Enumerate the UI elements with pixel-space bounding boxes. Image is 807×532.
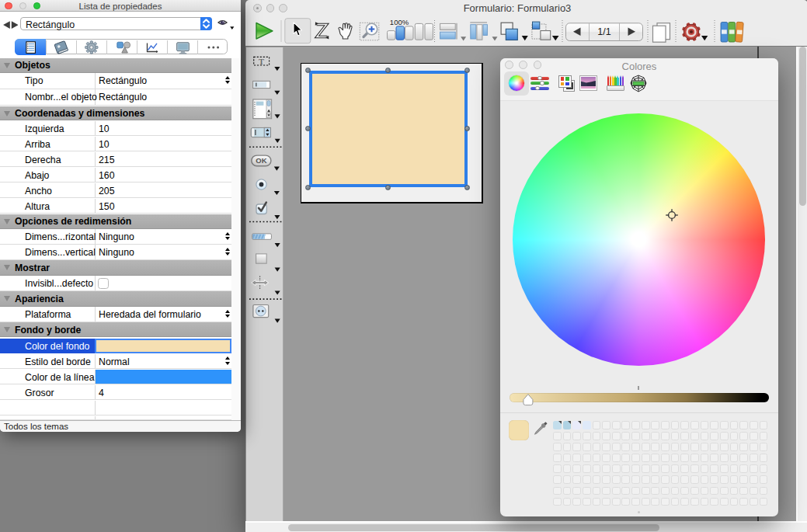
svg-text:100%: 100% — [390, 18, 409, 26]
svg-text:T: T — [259, 57, 264, 66]
svg-text:OK: OK — [256, 156, 266, 165]
svg-text:1/1: 1/1 — [597, 26, 610, 37]
